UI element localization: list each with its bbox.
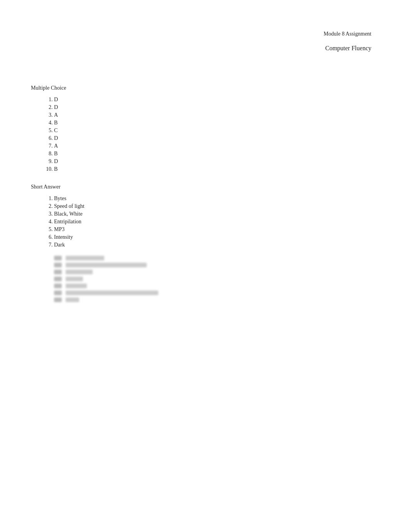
mc-answer-4: B [54,120,379,126]
main-content: Multiple Choice DDABCDABDB Short Answer … [31,85,379,302]
mc-answer-9: D [54,158,379,165]
multiple-choice-list: DDABCDABDB [54,97,379,172]
sa-answer-7: Dark [54,242,379,248]
mc-answer-10: B [54,166,379,172]
short-answer-section: Short Answer BytesSpeed of lightBlack, W… [31,184,379,248]
multiple-choice-section: Multiple Choice DDABCDABDB [31,85,379,172]
mc-answer-1: D [54,97,379,103]
mc-answer-2: D [54,104,379,110]
short-answer-list: BytesSpeed of lightBlack, WhiteEntripila… [54,195,379,248]
header-block: Module 8 Assignment Computer Fluency [324,31,371,52]
sa-answer-4: Entripilation [54,219,379,225]
sa-answer-5: MP3 [54,226,379,233]
mc-answer-3: A [54,112,379,118]
multiple-choice-title: Multiple Choice [31,85,379,91]
mc-answer-8: B [54,151,379,157]
sa-answer-6: Intensity [54,234,379,240]
mc-answer-6: D [54,135,379,141]
mc-answer-7: A [54,143,379,149]
redacted-section [54,256,379,302]
module-title: Module 8 Assignment [324,31,371,37]
sa-answer-3: Black, White [54,211,379,217]
sa-answer-2: Speed of light [54,203,379,209]
short-answer-title: Short Answer [31,184,379,190]
page: Module 8 Assignment Computer Fluency Mul… [0,0,410,532]
mc-answer-5: C [54,127,379,134]
course-title: Computer Fluency [324,45,371,52]
sa-answer-1: Bytes [54,195,379,202]
